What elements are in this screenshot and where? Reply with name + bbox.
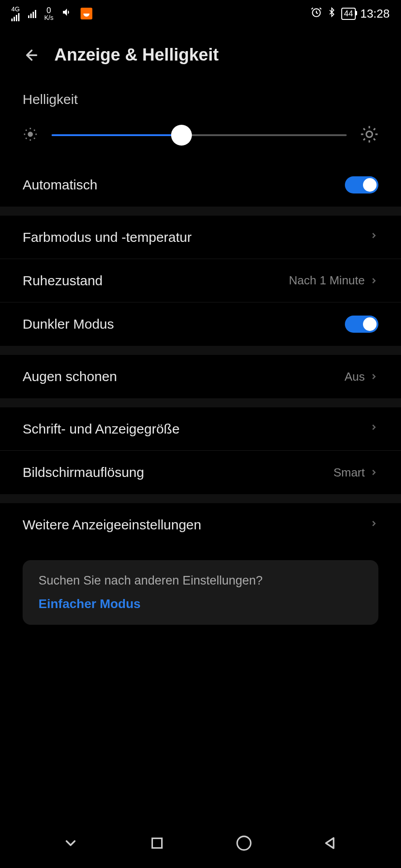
suggestion-title: Suchen Sie nach anderen Einstellungen? <box>38 574 363 588</box>
brightness-high-icon <box>360 125 378 145</box>
suggestion-card: Suchen Sie nach anderen Einstellungen? E… <box>23 560 378 625</box>
eye-comfort-value: Aus <box>344 370 365 384</box>
brightness-section-label: Helligkeit <box>23 78 378 112</box>
resolution-value: Smart <box>334 466 365 480</box>
row-eye-comfort[interactable]: Augen schonen Aus <box>0 355 401 398</box>
eye-comfort-label: Augen schonen <box>23 369 117 384</box>
resolution-label: Bildschirmauflösung <box>23 465 144 480</box>
row-resolution[interactable]: Bildschirmauflösung Smart <box>0 451 401 494</box>
page-title: Anzeige & Helligkeit <box>54 45 219 65</box>
nav-recent-button[interactable] <box>146 832 168 854</box>
svg-rect-3 <box>153 838 162 848</box>
svg-point-2 <box>366 131 372 137</box>
chevron-right-icon <box>369 229 378 245</box>
chevron-right-icon <box>369 466 378 479</box>
bluetooth-icon <box>327 6 337 21</box>
volume-icon <box>62 7 72 20</box>
page-header: Anzeige & Helligkeit <box>0 27 401 78</box>
network-speed: 0 K/s <box>44 6 53 21</box>
network-signal-4g-icon: 4G <box>11 6 20 21</box>
row-color-mode[interactable]: Farbmodus und -temperatur <box>0 216 401 259</box>
status-bar: 4G 0 K/s 44 13:28 <box>0 0 401 27</box>
back-button[interactable] <box>23 46 41 64</box>
brightness-low-icon <box>23 127 38 144</box>
status-time: 13:28 <box>360 7 390 21</box>
nav-back-button[interactable] <box>319 832 342 854</box>
font-size-label: Schrift- und Anzeigegröße <box>23 421 180 437</box>
sleep-value: Nach 1 Minute <box>289 274 365 288</box>
row-font-size[interactable]: Schrift- und Anzeigegröße <box>0 407 401 451</box>
app-notification-icon <box>81 8 92 19</box>
signal-bars-icon <box>28 9 36 18</box>
dark-mode-toggle[interactable] <box>345 316 378 333</box>
chevron-right-icon <box>369 370 378 383</box>
row-dark-mode[interactable]: Dunkler Modus <box>0 302 401 346</box>
row-auto-brightness[interactable]: Automatisch <box>0 163 401 207</box>
battery-indicator: 44 <box>341 8 356 20</box>
row-sleep[interactable]: Ruhezustand Nach 1 Minute <box>0 259 401 302</box>
navigation-bar <box>0 818 401 868</box>
more-settings-label: Weitere Anzeigeeinstellungen <box>23 517 201 533</box>
color-mode-label: Farbmodus und -temperatur <box>23 230 192 245</box>
nav-hide-keyboard-button[interactable] <box>59 832 82 854</box>
chevron-right-icon <box>369 421 378 437</box>
row-more-display-settings[interactable]: Weitere Anzeigeeinstellungen <box>0 503 401 547</box>
dark-mode-label: Dunkler Modus <box>23 316 114 332</box>
brightness-slider[interactable] <box>52 134 347 136</box>
chevron-right-icon <box>369 274 378 287</box>
suggestion-link-simple-mode[interactable]: Einfacher Modus <box>38 597 363 611</box>
svg-point-1 <box>29 132 33 137</box>
chevron-right-icon <box>369 517 378 533</box>
alarm-icon <box>310 6 322 21</box>
nav-home-button[interactable] <box>233 832 255 854</box>
sleep-label: Ruhezustand <box>23 273 103 288</box>
auto-brightness-label: Automatisch <box>23 177 97 193</box>
auto-brightness-toggle[interactable] <box>345 176 378 193</box>
svg-point-4 <box>237 836 251 850</box>
